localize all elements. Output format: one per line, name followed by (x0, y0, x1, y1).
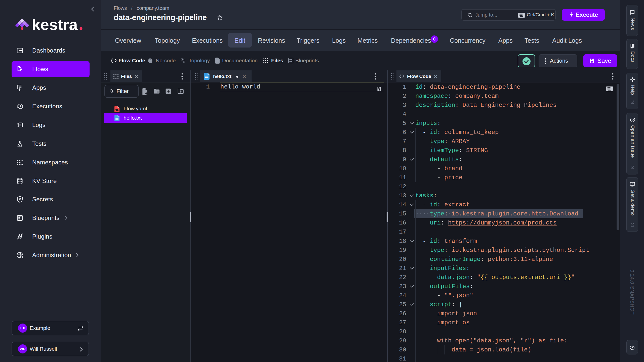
svg-text:kestra: kestra (32, 17, 78, 32)
